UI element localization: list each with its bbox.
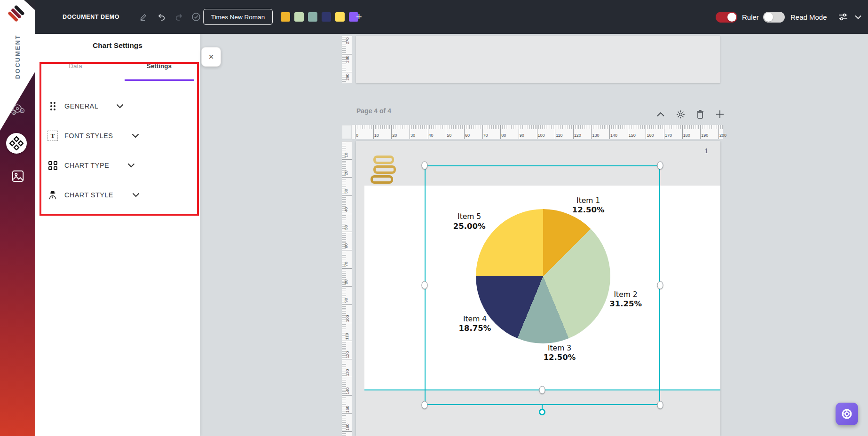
- previous-page-bottom[interactable]: [356, 36, 720, 83]
- help-floating-button[interactable]: [836, 403, 858, 425]
- chart-types-icon[interactable]: [6, 133, 27, 154]
- ruler-number: 100: [345, 315, 350, 322]
- svg-text:H: H: [13, 112, 15, 114]
- ruler-number: 90: [520, 133, 524, 138]
- chevron-down-icon[interactable]: [850, 0, 866, 34]
- slice-percent: 12.50%: [544, 353, 576, 363]
- color-swatch[interactable]: [281, 12, 290, 22]
- color-swatch[interactable]: [335, 12, 345, 22]
- ruler-number: 80: [501, 133, 506, 138]
- undo-icon[interactable]: [153, 0, 169, 34]
- slice-percent: 12.50%: [572, 205, 605, 215]
- panel-title: Chart Settings: [35, 41, 200, 50]
- color-swatch[interactable]: [322, 12, 331, 22]
- page-header-label: Page 4 of 4: [356, 107, 391, 115]
- ruler-toggle-knob: [727, 13, 736, 22]
- chevron-down-icon[interactable]: [116, 102, 124, 110]
- ruler-number: 160: [647, 133, 654, 138]
- ruler-number: 290: [345, 74, 350, 81]
- check-circle-icon[interactable]: [188, 0, 204, 34]
- accordion-chart-style[interactable]: CHART STYLE: [35, 185, 200, 205]
- pie-slice-label: Item 418.75%: [459, 315, 491, 334]
- chevron-down-icon[interactable]: [127, 161, 135, 170]
- chevron-down-icon[interactable]: [132, 132, 139, 140]
- selection-handle[interactable]: [422, 401, 428, 409]
- pie-slice-label: Item 231.25%: [609, 290, 642, 309]
- slice-name: Item 5: [453, 212, 486, 221]
- ruler-number: 0: [356, 133, 358, 138]
- slice-name: Item 3: [544, 344, 576, 353]
- ruler-number: 40: [429, 133, 434, 138]
- slice-name: Item 4: [459, 315, 491, 324]
- properties-sliders-icon[interactable]: [835, 0, 851, 34]
- plus-icon[interactable]: [714, 108, 726, 120]
- ruler-number: 130: [345, 369, 350, 376]
- chevron-down-icon[interactable]: [132, 191, 140, 199]
- selection-handle[interactable]: [539, 386, 545, 394]
- ruler-number: 20: [392, 133, 397, 138]
- chevron-up-icon[interactable]: [655, 108, 667, 120]
- redo-icon[interactable]: [171, 0, 187, 34]
- ruler-corner-box: [342, 125, 352, 139]
- theme-color-swatches: [281, 12, 358, 22]
- ruler-number: 150: [629, 133, 636, 138]
- brand-diamond-logo[interactable]: [4, 3, 27, 25]
- ruler-number: 40: [344, 207, 348, 212]
- ruler-number: 190: [701, 133, 708, 138]
- ruler-number: 60: [465, 133, 470, 138]
- ruler-number: 110: [345, 333, 349, 340]
- color-swatch[interactable]: [294, 12, 304, 22]
- accordion-label: FONT STYLES: [64, 132, 113, 140]
- ruler-number: 120: [574, 133, 581, 138]
- ruler-number: 50: [447, 133, 451, 138]
- add-color-button[interactable]: +: [356, 0, 362, 34]
- close-panel-button[interactable]: ×: [201, 47, 221, 67]
- ruler-number: 200: [719, 133, 726, 138]
- vertical-ruler-previous-page[interactable]: 270280290: [342, 36, 352, 83]
- selection-handle[interactable]: [422, 281, 428, 289]
- accordion-label: CHART TYPE: [64, 162, 109, 169]
- selection-handle[interactable]: [657, 162, 663, 170]
- accordion-font-styles[interactable]: T FONT STYLES: [35, 125, 200, 146]
- font-family-dropdown[interactable]: Times New Roman: [203, 9, 273, 25]
- ruler-number: 100: [538, 133, 545, 138]
- slice-percent: 25.00%: [453, 222, 486, 232]
- person-style-icon: [47, 189, 58, 201]
- accordion-label: CHART STYLE: [64, 191, 113, 199]
- ruler-number: 10: [344, 153, 348, 157]
- ruler-number: 90: [344, 298, 348, 303]
- selection-handle[interactable]: [422, 162, 428, 170]
- slice-percent: 18.75%: [459, 324, 491, 334]
- ruler-number: 130: [592, 133, 599, 138]
- image-icon[interactable]: [0, 169, 35, 183]
- rotation-handle[interactable]: [539, 409, 545, 415]
- accordion-label: GENERAL: [64, 102, 98, 110]
- selection-handle[interactable]: [657, 401, 663, 409]
- selection-handle[interactable]: [657, 281, 663, 289]
- edit-pencil-icon[interactable]: [135, 0, 151, 34]
- selection-bounding-box[interactable]: [425, 165, 660, 405]
- pie-slice-label: Item 525.00%: [453, 212, 486, 231]
- ruler-number: 30: [344, 189, 348, 194]
- ruler-toggle[interactable]: [716, 12, 737, 23]
- ruler-number: 70: [483, 133, 488, 138]
- ruler-number: 150: [345, 405, 350, 413]
- slice-name: Item 2: [609, 290, 642, 299]
- accordion-chart-type[interactable]: CHART TYPE: [35, 155, 200, 176]
- vertical-ruler[interactable]: 102030405060708090100110120130140150160: [342, 141, 352, 436]
- accordion-general[interactable]: GENERAL: [35, 96, 200, 117]
- molecule-icon[interactable]: HH: [0, 101, 35, 118]
- color-swatch[interactable]: [308, 12, 317, 22]
- horizontal-ruler[interactable]: 0102030405060708090100110120130140150160…: [352, 125, 723, 139]
- tab-settings[interactable]: Settings: [125, 62, 194, 70]
- svg-text:H: H: [21, 110, 23, 112]
- document-gold-logo[interactable]: [371, 156, 398, 186]
- read-mode-toggle[interactable]: [763, 12, 785, 23]
- ruler-number: 60: [344, 243, 348, 248]
- ruler-number: 280: [345, 55, 350, 62]
- tab-data[interactable]: Data: [41, 62, 110, 70]
- ruler-number: 160: [345, 424, 350, 431]
- gear-icon[interactable]: [674, 108, 687, 120]
- ruler-number: 80: [344, 280, 348, 284]
- trash-icon[interactable]: [694, 108, 706, 120]
